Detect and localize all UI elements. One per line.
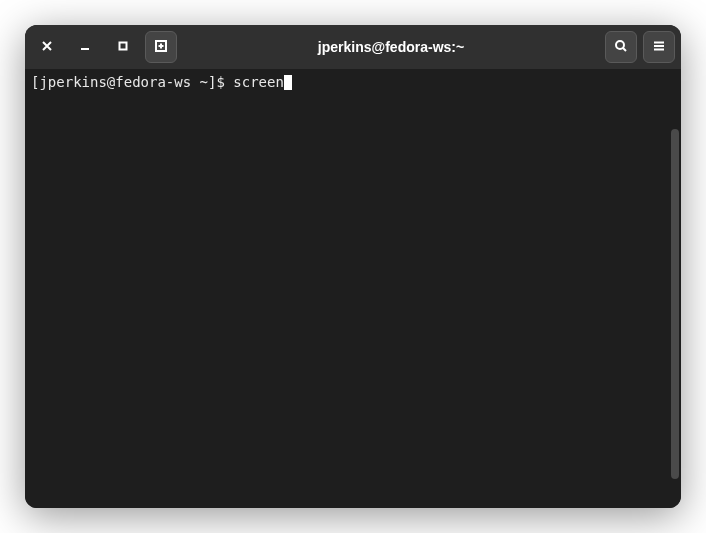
titlebar-left-controls bbox=[31, 31, 177, 63]
window-title: jperkins@fedora-ws:~ bbox=[183, 39, 599, 55]
maximize-icon bbox=[116, 39, 130, 56]
terminal-content[interactable]: [jperkins@fedora-ws ~]$ screen bbox=[25, 69, 681, 508]
hamburger-icon bbox=[652, 39, 666, 56]
titlebar-right-controls bbox=[605, 31, 675, 63]
close-icon bbox=[40, 39, 54, 56]
minimize-icon bbox=[78, 39, 92, 56]
search-icon bbox=[614, 39, 628, 56]
minimize-button[interactable] bbox=[69, 31, 101, 63]
typed-command: screen bbox=[233, 74, 284, 90]
shell-prompt: [jperkins@fedora-ws ~]$ bbox=[31, 74, 233, 90]
new-tab-icon bbox=[154, 39, 168, 56]
terminal-line: [jperkins@fedora-ws ~]$ screen bbox=[31, 73, 675, 91]
close-button[interactable] bbox=[31, 31, 63, 63]
new-tab-button[interactable] bbox=[145, 31, 177, 63]
scrollbar[interactable] bbox=[671, 129, 679, 479]
svg-rect-0 bbox=[120, 42, 127, 49]
maximize-button[interactable] bbox=[107, 31, 139, 63]
search-button[interactable] bbox=[605, 31, 637, 63]
titlebar: jperkins@fedora-ws:~ bbox=[25, 25, 681, 69]
cursor bbox=[284, 75, 292, 90]
menu-button[interactable] bbox=[643, 31, 675, 63]
svg-point-2 bbox=[616, 41, 624, 49]
terminal-window: jperkins@fedora-ws:~ [jperkins@fedora-ws… bbox=[25, 25, 681, 508]
